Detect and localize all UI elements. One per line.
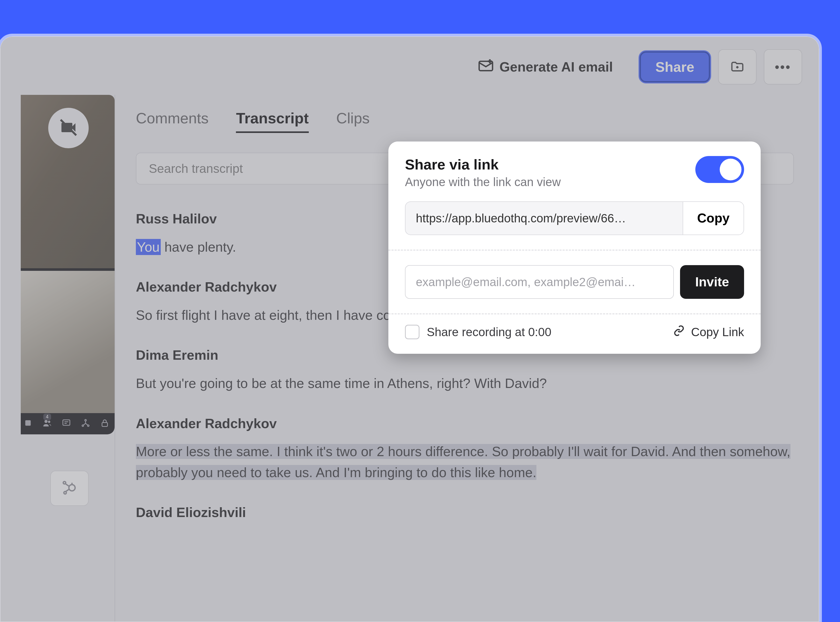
svg-point-9 — [69, 485, 75, 491]
share-button[interactable]: Share — [639, 50, 711, 83]
transcript-line[interactable]: But you're going to be at the same time … — [136, 373, 794, 394]
checkbox[interactable] — [405, 325, 420, 339]
tabs: Comments Transcript Clips — [136, 95, 794, 133]
participant-count-badge: 4 — [43, 414, 51, 420]
invite-email-input[interactable]: example@email.com, example2@emai… — [405, 265, 674, 299]
share-title: Share via link — [405, 156, 561, 173]
svg-point-6 — [82, 425, 84, 427]
svg-point-3 — [48, 421, 50, 423]
tab-transcript[interactable]: Transcript — [236, 109, 309, 133]
share-subtitle: Anyone with the link can view — [405, 175, 561, 189]
share-popover: Share via link Anyone with the link can … — [388, 142, 761, 354]
highlighted-word: You — [136, 239, 161, 255]
speaker-name: David Eliozishvili — [136, 502, 794, 523]
chat-icon[interactable] — [62, 418, 71, 428]
link-sharing-toggle[interactable] — [695, 156, 744, 183]
tab-clips[interactable]: Clips — [336, 109, 370, 133]
svg-rect-4 — [63, 420, 70, 425]
video-panel: 4 — [21, 95, 115, 434]
network-icon[interactable] — [81, 418, 90, 428]
video-toolbar: 4 — [21, 413, 115, 434]
add-to-folder-button[interactable] — [718, 49, 756, 84]
svg-point-2 — [44, 420, 48, 423]
share-url-input[interactable]: https://app.bluedothq.com/preview/66… — [405, 201, 683, 235]
camera-off-badge — [48, 108, 89, 148]
copy-link-button[interactable]: Copy Link — [673, 325, 744, 339]
svg-point-10 — [63, 482, 66, 484]
integration-button[interactable] — [50, 471, 89, 506]
selected-text: More or less the same. I think it's two … — [136, 444, 791, 480]
lock-icon[interactable] — [100, 418, 109, 428]
invite-button[interactable]: Invite — [680, 265, 744, 299]
svg-rect-1 — [25, 420, 31, 426]
copy-button[interactable]: Copy — [683, 201, 744, 235]
svg-rect-8 — [102, 423, 108, 427]
speaker-name: Alexander Radchykov — [136, 413, 794, 434]
share-at-time-option[interactable]: Share recording at 0:00 — [405, 325, 551, 339]
more-horizontal-icon: ••• — [775, 60, 791, 74]
generate-ai-email-button[interactable]: Generate AI email — [478, 57, 613, 76]
envelope-plus-icon — [478, 57, 494, 76]
transcript-line[interactable]: More or less the same. I think it's two … — [136, 441, 794, 483]
participants-icon[interactable]: 4 — [43, 418, 52, 428]
video-tile — [21, 271, 115, 413]
hubspot-icon — [62, 480, 77, 496]
video-tile — [21, 95, 115, 268]
svg-point-7 — [88, 425, 89, 427]
stop-icon[interactable] — [23, 418, 33, 428]
tab-comments[interactable]: Comments — [136, 109, 208, 133]
folder-plus-icon — [730, 59, 745, 75]
link-icon — [673, 325, 685, 339]
share-at-label: Share recording at 0:00 — [427, 325, 551, 339]
camera-off-icon — [59, 118, 78, 138]
svg-point-5 — [85, 419, 86, 421]
copy-link-label: Copy Link — [691, 325, 744, 339]
more-options-button[interactable]: ••• — [764, 49, 802, 84]
app-window: Generate AI email Share ••• — [0, 36, 819, 622]
top-toolbar: Generate AI email Share ••• — [0, 37, 819, 95]
generate-ai-email-label: Generate AI email — [499, 59, 613, 75]
